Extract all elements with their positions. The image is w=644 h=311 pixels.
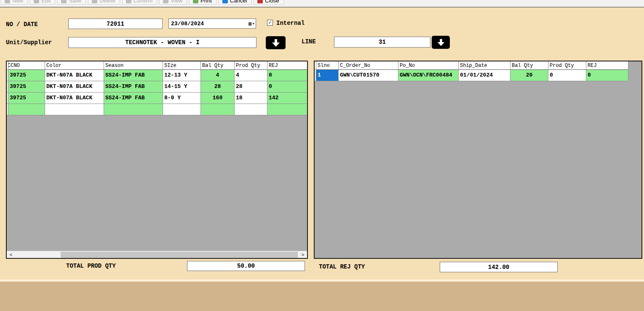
bottom-band (0, 282, 644, 311)
grid-cell[interactable]: 28 (235, 81, 267, 93)
grid-cell[interactable] (163, 104, 201, 115)
left-grid: CCNOColorSeasonSIzeBal QtyProd QtyREJ397… (6, 61, 308, 259)
grid-cell[interactable]: 14-15 Y (163, 81, 201, 93)
column-header-ship-date[interactable]: Ship_Date (459, 61, 510, 70)
delete-icon (92, 0, 97, 3)
down-arrow-icon (271, 38, 281, 48)
grid-cell[interactable]: 39725 (8, 81, 45, 93)
grid-cell[interactable] (45, 104, 104, 115)
grid-cell[interactable]: 0 (548, 70, 586, 81)
grid-cell[interactable]: DKT-N07A BLACK (45, 93, 104, 104)
new-icon (5, 0, 10, 3)
scroll-right-icon[interactable]: > (299, 251, 306, 258)
confirm-icon (126, 0, 131, 3)
toolbar-button-label: View (171, 0, 182, 4)
grid-cell[interactable] (201, 104, 235, 115)
down-arrow-icon (436, 38, 446, 47)
print-icon (193, 0, 198, 3)
grid-cell[interactable]: 01/01/2024 (459, 70, 510, 81)
grid-cell[interactable]: 39725 (8, 93, 45, 104)
grid-cell[interactable]: GWN\OCN\FRC00484 (398, 70, 459, 81)
scrollbar-thumb[interactable] (61, 252, 298, 258)
scroll-left-icon[interactable]: < (8, 251, 14, 258)
total-rej-qty-input[interactable] (440, 262, 558, 272)
chevron-down-icon[interactable]: ▼ (252, 22, 254, 26)
column-header-po-no[interactable]: Po_No (398, 61, 459, 70)
toolbar-button-label: Save (69, 0, 81, 4)
toolbar-button-label: New (12, 0, 23, 4)
unit-supplier-label: Unit/Supplier (6, 39, 52, 46)
grid-cell[interactable]: 142 (267, 93, 308, 104)
grid-cell[interactable]: DKT-N07A BLACK (45, 81, 104, 93)
toolbar-button-label: Close (265, 0, 279, 4)
column-header-prod-qty[interactable]: Prod Qty (235, 61, 267, 70)
grid-cell[interactable]: 1 (316, 70, 339, 81)
line-dropdown-button[interactable] (432, 36, 450, 49)
cancel-button[interactable]: Cancel (219, 0, 251, 5)
cancel-icon (222, 0, 228, 3)
table-row: 39725DKT-N07A BLACKSS24-IMP FAB8-9 Y1601… (7, 93, 307, 104)
date-picker[interactable]: 23/08/2024 ▦ ▼ (168, 19, 256, 29)
grid-cell[interactable] (267, 104, 308, 115)
grid-cell[interactable]: SS24-IMP FAB (104, 93, 163, 104)
grid-cell[interactable]: GWN\CUT01570 (339, 70, 398, 81)
grid-cell[interactable]: 4 (235, 70, 267, 81)
grid-cell[interactable]: 4 (201, 70, 235, 81)
grid-cell[interactable]: 12-13 Y (163, 70, 201, 81)
column-header-season[interactable]: Season (104, 61, 163, 70)
grid-cell[interactable]: 0 (586, 70, 628, 81)
column-header-ccno[interactable]: CCNO (8, 61, 45, 70)
toolbar-button-label: Print (200, 0, 212, 4)
left-grid-body: CCNOColorSeasonSIzeBal QtyProd QtyREJ397… (7, 61, 307, 115)
unit-supplier-dropdown-button[interactable] (266, 36, 286, 49)
right-grid-body: SlnoC_Order_NoPo_NoShip_DateBal QtyProd … (315, 61, 641, 81)
column-header-slno[interactable]: Slno (316, 61, 339, 70)
grid-cell[interactable]: 18 (235, 93, 267, 104)
column-header-c-order-no[interactable]: C_Order_No (339, 61, 398, 70)
column-header-size[interactable]: SIze (163, 61, 201, 70)
total-rej-qty-label: TOTAL REJ QTY (319, 263, 365, 270)
new-button: New (1, 0, 28, 5)
column-header-bal-qty[interactable]: Bal Qty (201, 61, 235, 70)
column-header-color[interactable]: Color (45, 61, 104, 70)
close-button[interactable]: Close (254, 0, 283, 5)
internal-checkbox[interactable]: ✓ (267, 20, 273, 26)
line-input[interactable] (334, 37, 430, 48)
grid-cell[interactable] (8, 104, 45, 115)
column-header-rej[interactable]: REJ (586, 61, 628, 70)
view-button: View (159, 0, 187, 5)
print-button[interactable]: Print (189, 0, 216, 5)
column-header-rej[interactable]: REJ (267, 61, 308, 70)
view-icon (163, 0, 168, 3)
grid-cell[interactable]: 28 (201, 81, 235, 93)
grid-cell[interactable]: DKT-N07A BLACK (45, 70, 104, 81)
unit-supplier-input[interactable] (68, 37, 257, 48)
horizontal-scrollbar[interactable]: < > (7, 251, 307, 258)
close-icon (257, 0, 263, 3)
grid-cell[interactable]: SS24-IMP FAB (104, 70, 163, 81)
grid-cell[interactable] (235, 104, 267, 115)
grid-header-row: SlnoC_Order_NoPo_NoShip_DateBal QtyProd … (315, 61, 641, 70)
total-prod-qty-input[interactable] (187, 261, 305, 271)
internal-label: Internal (276, 20, 305, 27)
edit-icon (34, 0, 39, 3)
no-date-label: NO / DATE (6, 21, 38, 28)
grid-cell[interactable]: 160 (201, 93, 235, 104)
grid-cell[interactable] (104, 104, 163, 115)
grid-cell[interactable]: 39725 (8, 70, 45, 81)
grid-cell[interactable]: SS24-IMP FAB (104, 81, 163, 93)
column-header-bal-qty[interactable]: Bal Qty (510, 61, 548, 70)
table-row: 1GWN\CUT01570GWN\OCN\FRC0048401/01/20242… (315, 70, 641, 81)
save-button: Save (57, 0, 86, 5)
no-input[interactable] (68, 19, 163, 29)
toolbar-button-label: Delete (99, 0, 115, 4)
toolbar-button-label: Cancel (230, 0, 247, 4)
grid-cell[interactable]: 0 (267, 81, 308, 93)
date-value: 23/08/2024 (171, 21, 204, 27)
grid-header-row: CCNOColorSeasonSIzeBal QtyProd QtyREJ (7, 61, 307, 70)
column-header-prod-qty[interactable]: Prod Qty (548, 61, 586, 70)
grid-cell[interactable]: 20 (510, 70, 548, 81)
line-label: LINE (302, 38, 316, 45)
grid-cell[interactable]: 8-9 Y (163, 93, 201, 104)
grid-cell[interactable]: 0 (267, 70, 308, 81)
